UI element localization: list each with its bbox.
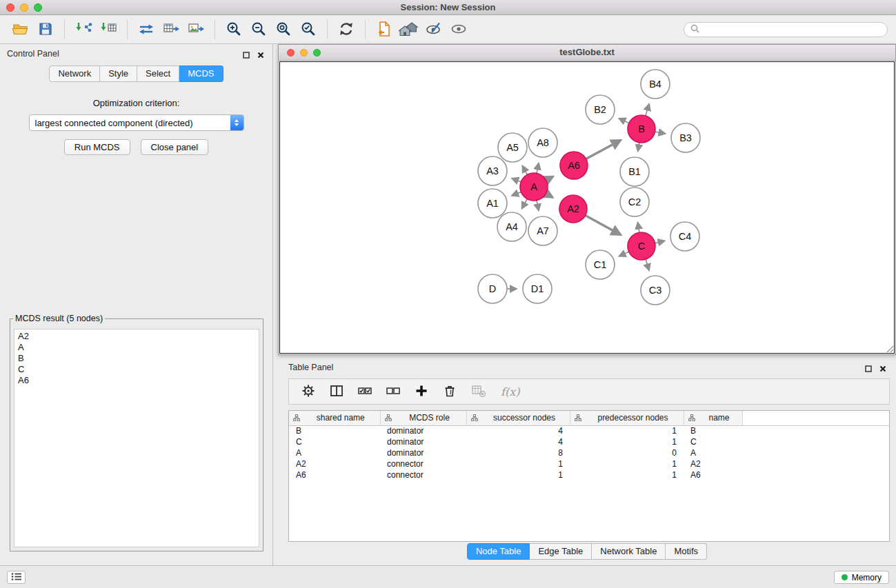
network-node-D[interactable]: D [478,274,507,303]
table-cell[interactable]: 1 [466,469,570,480]
table-cell[interactable]: 8 [466,447,570,458]
minimize-window-button[interactable] [20,3,28,12]
network-node-C1[interactable]: C1 [586,250,615,279]
table-cell[interactable]: dominator [380,436,466,447]
control-tab-network[interactable]: Network [49,65,100,82]
close-window-button[interactable] [6,3,14,12]
network-minimize-button[interactable] [300,49,308,57]
network-canvas[interactable]: B4B2BB3A5A8A6B1A3AC2A1A2A4A7C4CC1C3DD1 [279,61,895,354]
criterion-dropdown[interactable]: largest connected component (directed) [29,114,244,131]
network-edge-A-A3[interactable] [512,179,521,183]
network-edge-A-A2[interactable] [546,193,553,197]
table-cell[interactable]: 1 [570,458,684,469]
table-cell[interactable]: A2 [684,458,742,469]
open-session-button[interactable] [8,18,33,41]
node-table-row[interactable]: Cdominator41C [289,436,889,447]
import-table-button[interactable] [96,18,121,41]
zoom-window-button[interactable] [34,3,42,12]
network-node-A1[interactable]: A1 [478,189,507,218]
network-edge-B-B3[interactable] [655,132,666,134]
column-header-name[interactable]: name [684,411,742,425]
network-node-B4[interactable]: B4 [641,70,670,99]
network-edge-A-A1[interactable] [512,192,522,196]
control-tab-style[interactable]: Style [100,65,137,82]
table-tab-edge-table[interactable]: Edge Table [530,543,592,560]
network-node-C[interactable]: C [628,232,655,260]
column-header-shared-name[interactable]: shared name [289,411,380,425]
close-panel-button[interactable]: Close panel [141,139,209,155]
network-edge-C-C1[interactable] [619,252,629,256]
network-node-A8[interactable]: A8 [528,128,557,157]
network-node-A2[interactable]: A2 [559,195,587,223]
network-node-B2[interactable]: B2 [586,95,615,124]
select-all-button[interactable] [358,385,372,398]
show-columns-button[interactable] [330,384,344,400]
node-table-row[interactable]: Adominator80A [289,447,889,458]
network-zoom-button[interactable] [313,49,321,57]
table-cell[interactable]: 1 [570,425,684,436]
run-mcds-button[interactable]: Run MCDS [64,139,130,155]
table-cell[interactable]: C [289,436,380,447]
network-node-A7[interactable]: A7 [528,216,557,245]
graphics-details-button[interactable] [446,18,471,41]
table-tab-motifs[interactable]: Motifs [666,543,707,560]
zoom-in-button[interactable] [221,18,246,41]
network-edge-A-A5[interactable] [522,165,528,175]
float-panel-icon[interactable] [243,49,250,61]
network-close-button[interactable] [287,49,295,57]
network-node-A4[interactable]: A4 [497,212,526,241]
table-cell[interactable]: 0 [570,447,684,458]
mcds-result-item[interactable]: A2 [18,331,259,342]
node-table-row[interactable]: A2connector11A2 [289,458,889,469]
export-image-button[interactable] [183,18,208,41]
export-network-button[interactable] [134,18,159,41]
search-field[interactable] [684,22,888,37]
table-cell[interactable]: 1 [570,469,684,480]
zoom-selected-button[interactable] [296,18,321,41]
table-cell[interactable]: dominator [380,447,466,458]
node-table-row[interactable]: A6connector11A6 [289,469,889,480]
add-column-button[interactable] [415,384,428,400]
network-edge-B-B1[interactable] [638,142,639,152]
table-tab-node-table[interactable]: Node Table [467,543,530,560]
table-settings-button[interactable] [301,384,315,400]
table-cell[interactable]: 1 [570,436,684,447]
network-edge-C-C4[interactable] [655,241,665,243]
network-edge-A-A7[interactable] [537,200,539,211]
network-node-A6[interactable]: A6 [560,152,588,179]
network-node-C2[interactable]: C2 [620,187,649,216]
first-neighbors-button[interactable] [397,18,421,41]
column-header-successor-nodes[interactable]: successor nodes [466,411,570,425]
close-panel-icon[interactable] [257,49,264,61]
table-cell[interactable]: connector [380,469,466,480]
network-node-D1[interactable]: D1 [523,274,552,303]
column-header-predecessor-nodes[interactable]: predecessor nodes [570,411,684,425]
network-edge-C-C3[interactable] [646,258,649,270]
network-edge-B-B4[interactable] [646,104,650,116]
control-tab-mcds[interactable]: MCDS [179,65,223,82]
delete-table-button[interactable] [471,384,486,400]
table-cell[interactable]: connector [380,458,466,469]
table-tab-network-table[interactable]: Network Table [592,543,666,560]
table-cell[interactable]: B [684,425,742,436]
network-edge-C-C2[interactable] [638,223,640,234]
network-node-B1[interactable]: B1 [620,157,649,186]
column-header-MCDS-role[interactable]: MCDS role [380,411,466,425]
memory-button[interactable]: Memory [834,571,889,584]
control-tab-select[interactable]: Select [137,65,179,82]
mcds-result-item[interactable]: A [18,342,259,353]
mcds-result-item[interactable]: A6 [18,375,259,386]
search-input[interactable] [704,25,881,34]
deselect-all-button[interactable] [386,385,400,398]
network-node-A[interactable]: A [520,173,548,201]
network-node-A3[interactable]: A3 [478,156,507,185]
task-history-button[interactable] [7,571,26,584]
mcds-result-item[interactable]: C [18,364,259,375]
node-table-container[interactable]: shared nameMCDS rolesuccessor nodesprede… [288,410,890,542]
network-node-B[interactable]: B [628,115,655,143]
network-edge-A2-C[interactable] [585,215,621,235]
delete-column-button[interactable] [443,384,457,400]
table-cell[interactable]: A6 [684,469,742,480]
float-table-panel-icon[interactable] [865,363,872,375]
save-session-button[interactable] [33,18,58,41]
